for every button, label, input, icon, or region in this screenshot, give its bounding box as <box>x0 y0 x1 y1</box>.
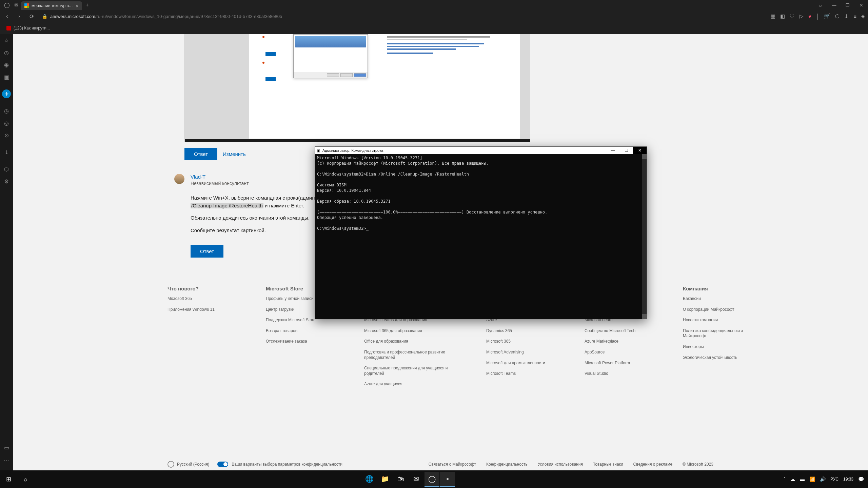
footer-link[interactable]: Сообщество Microsoft Tech <box>585 328 646 334</box>
back-button[interactable]: ‹ <box>3 12 12 21</box>
taskbar-cmd-icon[interactable]: ▪ <box>440 472 455 487</box>
feed-icon[interactable]: ◎ <box>2 119 11 127</box>
footer-link[interactable]: Политика конфиденциальности Майкрософт <box>683 328 768 339</box>
cmd-close-icon[interactable]: ✕ <box>633 147 647 154</box>
privacy-toggle[interactable]: Ваши варианты выбора параметров конфиден… <box>217 462 342 467</box>
footer-link[interactable]: Вакансии <box>683 296 768 302</box>
footer-link[interactable]: Приложения Windows 11 <box>167 307 229 312</box>
tray-wifi-icon[interactable]: 📶 <box>809 476 815 482</box>
cmd-window[interactable]: ▣ Администратор: Командная строка — ☐ ✕ … <box>315 146 647 319</box>
tray-notifications-icon[interactable]: 💬 <box>858 476 864 482</box>
taskbar-explorer-icon[interactable]: 📁 <box>378 472 393 487</box>
language-selector[interactable]: Русский (Россия) <box>167 461 209 468</box>
browser-tab[interactable]: мерцание текстур в игра... × <box>21 1 82 10</box>
embedded-screenshot[interactable] <box>184 34 530 142</box>
search-icon[interactable]: ⌕ <box>814 0 827 10</box>
mail-icon[interactable]: ✉ <box>12 0 21 10</box>
cart-icon[interactable]: 🛒 <box>824 13 830 19</box>
profile-icon[interactable]: ◈ <box>861 13 865 19</box>
footer-link[interactable]: Azure Marketplace <box>585 339 646 344</box>
footer-link[interactable]: Visual Studio <box>585 371 646 377</box>
more-icon[interactable]: ⋯ <box>2 455 11 464</box>
footer-link[interactable]: Новости компании <box>683 318 768 323</box>
shield-icon[interactable]: 🛡 <box>790 14 795 19</box>
cmd-title-text: Администратор: Командная строка <box>322 148 606 152</box>
footer-link[interactable]: Azure для учащихся <box>364 382 449 387</box>
gallery-icon[interactable]: ▣ <box>2 73 11 81</box>
close-icon[interactable]: ✕ <box>854 0 868 10</box>
tray-language[interactable]: РУС <box>830 477 839 482</box>
bookmark-icon[interactable]: ☆ <box>2 36 11 45</box>
footer-link[interactable]: Dynamics 365 <box>486 328 547 334</box>
history-icon[interactable]: ⊙ <box>2 131 11 140</box>
taskbar-search-icon[interactable]: ⌕ <box>17 470 34 488</box>
tray-clock[interactable]: 19:33 <box>843 477 853 482</box>
footer-link[interactable]: Экологическая устойчивость <box>683 355 768 361</box>
footer-link[interactable]: Инвесторы <box>683 344 768 350</box>
pip-icon[interactable]: ▭ <box>2 443 11 452</box>
footer-link[interactable]: Microsoft Power Platform <box>585 361 646 366</box>
cube-icon[interactable]: ⬡ <box>835 13 840 19</box>
footer-link[interactable]: Microsoft 365 для образования <box>364 328 449 334</box>
camera-icon[interactable]: ◧ <box>780 13 785 19</box>
avatar[interactable] <box>174 174 184 184</box>
minimize-icon[interactable]: — <box>827 0 841 10</box>
footer-link[interactable]: Microsoft Advertising <box>486 350 547 355</box>
start-button[interactable]: ⊞ <box>0 470 17 488</box>
download-icon[interactable]: ⤓ <box>844 13 849 19</box>
url-bar[interactable]: 🔒 answers.microsoft.com/ru-ru/windows/fo… <box>39 14 767 19</box>
menu-icon[interactable]: ≡ <box>853 14 856 19</box>
footer-link[interactable]: Возврат товаров <box>266 328 327 334</box>
footer-link[interactable]: Office для образования <box>364 339 449 344</box>
footer-link[interactable]: Microsoft для промышленности <box>486 361 547 366</box>
tray-onedrive-icon[interactable]: ☁ <box>790 476 795 482</box>
box-icon[interactable]: ⬡ <box>2 165 11 174</box>
download2-icon[interactable]: ⤓ <box>2 148 11 157</box>
reload-button[interactable]: ⟳ <box>27 12 36 21</box>
taskbar-edge-icon[interactable]: 🌐 <box>362 472 377 487</box>
footer-link[interactable]: О корпорации Майкрософт <box>683 307 768 312</box>
cmd-titlebar[interactable]: ▣ Администратор: Командная строка — ☐ ✕ <box>315 147 647 154</box>
footer-link[interactable]: Microsoft Teams <box>486 371 547 377</box>
divider: │ <box>816 14 819 19</box>
youtube-favicon-icon <box>6 26 11 30</box>
footer-link[interactable]: Microsoft 365 <box>486 339 547 344</box>
maximize-icon[interactable]: ❐ <box>841 0 854 10</box>
opera-icon[interactable]: ◯ <box>2 0 12 10</box>
tray-chevron-icon[interactable]: ˄ <box>783 476 786 482</box>
cmd-minimize-icon[interactable]: — <box>606 147 619 154</box>
tray-volume-icon[interactable]: 🔊 <box>820 476 826 482</box>
clock-icon[interactable]: ◷ <box>2 48 11 57</box>
footer-bottom-link[interactable]: Сведения о рекламе <box>633 462 673 467</box>
footer-bottom-link[interactable]: Конфиденциальность <box>486 462 528 467</box>
cmd-body[interactable]: Microsoft Windows [Version 10.0.19045.32… <box>315 154 647 319</box>
cmd-maximize-icon[interactable]: ☐ <box>619 147 633 154</box>
gear-icon[interactable]: ⚙ <box>2 177 11 186</box>
cmd-scrollbar[interactable] <box>642 154 647 319</box>
play-icon[interactable]: ▷ <box>800 13 804 19</box>
footer-link[interactable]: Отслеживание заказа <box>266 339 327 344</box>
taskbar-store-icon[interactable]: 🛍 <box>393 472 408 487</box>
tray-bar-icon[interactable]: ▬ <box>800 476 805 482</box>
footer-link[interactable]: Специальные предложения для учащихся и р… <box>364 366 449 376</box>
forward-button[interactable]: › <box>15 12 24 21</box>
edit-link[interactable]: Изменить <box>223 151 246 157</box>
footer-link[interactable]: Microsoft 365 <box>167 296 229 302</box>
clock2-icon[interactable]: ◷ <box>2 106 11 115</box>
chat-icon[interactable]: ◉ <box>2 60 11 69</box>
tile-icon[interactable]: ▦ <box>771 13 775 19</box>
footer-link[interactable]: AppSource <box>585 350 646 355</box>
footer-link[interactable]: Подготовка и профессиональное развитие п… <box>364 350 449 360</box>
footer-bottom-link[interactable]: Товарные знаки <box>593 462 623 467</box>
telegram-icon[interactable]: ✈ <box>2 89 11 98</box>
reply-button-2[interactable]: Ответ <box>191 245 223 258</box>
bookmark-item[interactable]: (123) Как накрути... <box>4 25 52 32</box>
new-tab-button[interactable]: + <box>82 2 92 8</box>
taskbar-mail-icon[interactable]: ✉ <box>409 472 424 487</box>
tab-close-icon[interactable]: × <box>76 3 79 9</box>
reply-button[interactable]: Ответ <box>184 148 217 160</box>
taskbar-opera-icon[interactable]: ◯ <box>425 472 439 487</box>
footer-bottom-link[interactable]: Условия использования <box>538 462 583 467</box>
heart-icon[interactable]: ♥ <box>808 14 811 19</box>
footer-bottom-link[interactable]: Связаться с Майкрософт <box>429 462 476 467</box>
